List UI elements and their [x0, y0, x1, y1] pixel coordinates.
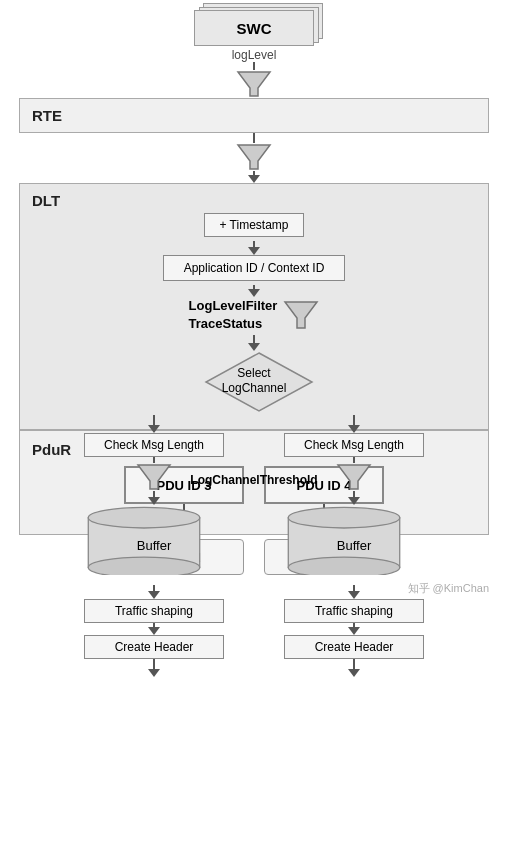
left-channel: Check Msg Length: [64, 415, 244, 677]
check-msg-right: Check Msg Length: [284, 433, 424, 457]
arrow-traffic-right: [348, 623, 360, 635]
arrow-left-top: [148, 415, 160, 433]
funnel-rte: [236, 143, 272, 171]
dlt-label: DLT: [32, 192, 60, 209]
svg-marker-1: [238, 145, 270, 169]
buffer-right-label: Buffer: [337, 538, 371, 553]
appid-box: Application ID / Context ID: [163, 255, 346, 281]
create-header-left: Create Header: [84, 635, 224, 659]
arrow-buffer-right: [348, 585, 360, 599]
svg-point-7: [88, 558, 199, 576]
funnel-left: [136, 463, 172, 491]
timestamp-box: + Timestamp: [204, 213, 303, 237]
diamond-select: Select LogChannel: [204, 351, 304, 411]
filter-label: LogLevelFilter TraceStatus: [189, 297, 278, 333]
loglevel-label: logLevel: [232, 48, 277, 62]
swc-box: SWC: [194, 10, 314, 46]
arrow-filter: [248, 335, 260, 351]
traffic-right: Traffic shaping: [284, 599, 424, 623]
create-header-right: Create Header: [284, 635, 424, 659]
arrow-check-right: [336, 457, 372, 505]
rte-label: RTE: [32, 107, 62, 124]
svg-marker-4: [138, 465, 170, 489]
traffic-left: Traffic shaping: [84, 599, 224, 623]
buffer-right: Buffer: [284, 505, 424, 585]
svg-point-11: [288, 558, 399, 576]
svg-point-10: [288, 508, 399, 529]
funnel-right: [336, 463, 372, 491]
arrow-header-left: [148, 659, 160, 677]
svg-marker-8: [338, 465, 370, 489]
svg-point-6: [88, 508, 199, 529]
arrow-check-left: [136, 457, 172, 505]
arrow-traffic-left: [148, 623, 160, 635]
buffer-left: Buffer: [84, 505, 224, 585]
diamond-text: Select LogChannel: [222, 366, 287, 397]
svg-marker-2: [285, 302, 317, 328]
arrow-right-top: [348, 415, 360, 433]
arrow-buffer-left: [148, 585, 160, 599]
right-channel: Check Msg Length: [264, 415, 444, 677]
swc-area: SWC logLevel: [194, 10, 314, 98]
svg-marker-0: [238, 72, 270, 96]
arrow-header-right: [348, 659, 360, 677]
arrow-ts: [248, 241, 260, 255]
dlt-section: DLT + Timestamp Application ID / Context…: [19, 183, 489, 430]
swc-label: SWC: [237, 20, 272, 37]
arrow-rte-dlt: [236, 133, 272, 183]
arrow-swc-rte: [236, 62, 272, 98]
funnel-filter: [283, 300, 319, 330]
rte-section: RTE: [19, 98, 489, 133]
dlt-label-row: DLT: [32, 192, 476, 209]
funnel-swc: [236, 70, 272, 98]
buffer-left-label: Buffer: [137, 538, 171, 553]
arrow-appid: [248, 285, 260, 297]
check-msg-left: Check Msg Length: [84, 433, 224, 457]
appid-label: Application ID / Context ID: [184, 261, 325, 275]
